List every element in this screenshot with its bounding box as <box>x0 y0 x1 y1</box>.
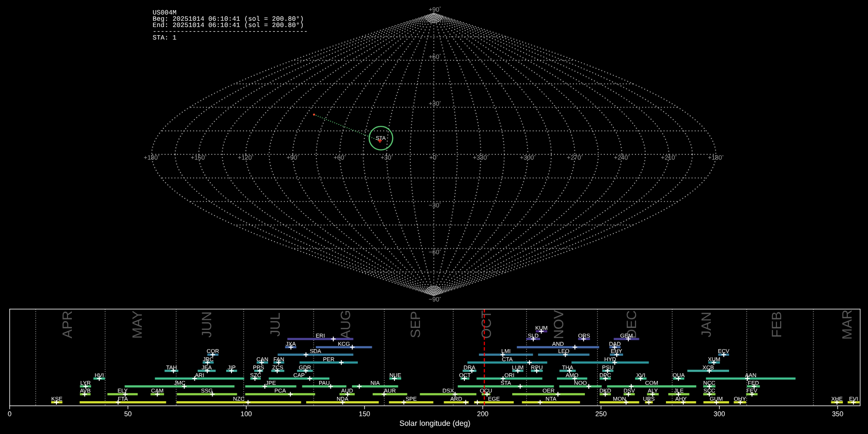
svg-text:SEP: SEP <box>408 311 423 338</box>
svg-text:SCC: SCC <box>704 388 715 394</box>
svg-text:OCT: OCT <box>459 372 471 379</box>
svg-text:JUN: JUN <box>199 312 214 338</box>
svg-text:JPE: JPE <box>266 380 276 386</box>
svg-text:300: 300 <box>714 410 725 418</box>
svg-text:JMC: JMC <box>174 380 185 386</box>
svg-text:JUL: JUL <box>268 312 283 337</box>
svg-text:PCA: PCA <box>274 388 286 394</box>
svg-text:KUM: KUM <box>535 325 548 331</box>
svg-text:XCB: XCB <box>703 365 714 371</box>
svg-text:EGE: EGE <box>488 396 500 402</box>
svg-text:LUM: LUM <box>512 365 524 371</box>
svg-text:CAN: CAN <box>257 356 268 363</box>
svg-text:KCG: KCG <box>338 341 350 347</box>
svg-text:ELY: ELY <box>118 388 128 394</box>
svg-text:ORI: ORI <box>504 372 515 379</box>
svg-text:PAU: PAU <box>319 380 330 386</box>
svg-text:XHE: XHE <box>831 396 843 402</box>
svg-text:PER: PER <box>323 356 335 363</box>
svg-text:ARI: ARI <box>195 372 204 379</box>
svg-text:NTA: NTA <box>545 396 556 402</box>
svg-text:NIA: NIA <box>370 380 380 386</box>
svg-text:COM: COM <box>645 380 658 386</box>
svg-text:+180°: +180° <box>144 154 160 161</box>
svg-text:Solar longitude (deg): Solar longitude (deg) <box>399 420 471 428</box>
svg-text:GEM: GEM <box>620 333 633 339</box>
svg-text:AUR: AUR <box>384 388 395 394</box>
svg-text:JXA: JXA <box>285 341 296 347</box>
svg-text:ARD: ARD <box>450 396 462 402</box>
svg-text:0: 0 <box>8 410 12 418</box>
svg-text:AHY: AHY <box>675 396 687 402</box>
svg-text:OHY: OHY <box>734 396 746 402</box>
svg-text:FEB: FEB <box>769 312 784 338</box>
svg-text:XVI: XVI <box>636 372 645 379</box>
svg-text:COR: COR <box>207 348 219 354</box>
svg-text:CAP: CAP <box>293 372 305 379</box>
svg-text:+180°: +180° <box>708 154 724 161</box>
svg-text:ORS: ORS <box>578 333 590 339</box>
svg-text:AMO: AMO <box>566 372 578 379</box>
svg-text:STA: 1: STA: 1 <box>152 35 176 42</box>
svg-text:DSX: DSX <box>442 388 454 394</box>
svg-text:AUG: AUG <box>338 310 353 339</box>
svg-text:STA: STA <box>376 136 386 141</box>
svg-text:CAM: CAM <box>151 388 163 394</box>
svg-text:LYR: LYR <box>80 380 91 386</box>
svg-text:PSU: PSU <box>602 365 613 371</box>
svg-text:DPC: DPC <box>599 372 611 379</box>
svg-text:HYD: HYD <box>604 356 616 363</box>
svg-text:URS: URS <box>643 396 655 402</box>
svg-text:AND: AND <box>552 341 564 347</box>
svg-text:JEA: JEA <box>202 365 212 371</box>
svg-text:NOO: NOO <box>574 380 587 386</box>
svg-text:APR: APR <box>60 311 75 339</box>
svg-text:SZC: SZC <box>250 372 261 379</box>
svg-text:OCU: OCU <box>480 388 492 394</box>
svg-text:+150°: +150° <box>191 154 207 161</box>
svg-text:SLD: SLD <box>528 333 539 339</box>
svg-text:50: 50 <box>124 410 132 418</box>
svg-text:GDR: GDR <box>298 365 311 371</box>
svg-text:XUM: XUM <box>708 356 720 363</box>
svg-text:EHY: EHY <box>610 348 622 354</box>
svg-text:+270°: +270° <box>567 154 583 161</box>
svg-text:QUA: QUA <box>673 372 685 379</box>
svg-text:MAY: MAY <box>130 310 145 339</box>
svg-text:LEO: LEO <box>558 348 569 354</box>
svg-text:NOV: NOV <box>551 310 566 339</box>
svg-text:SSG: SSG <box>201 388 213 394</box>
svg-text:FAN: FAN <box>273 356 285 363</box>
svg-text:DKD: DKD <box>599 388 611 394</box>
svg-text:AVB: AVB <box>80 388 91 394</box>
svg-text:+120°: +120° <box>238 154 254 161</box>
svg-text:MAR: MAR <box>840 310 854 339</box>
svg-text:GUM: GUM <box>710 396 723 402</box>
svg-text:JIP: JIP <box>228 365 236 371</box>
svg-text:KSE: KSE <box>51 396 62 402</box>
svg-text:NCC: NCC <box>703 380 715 386</box>
svg-text:JRC: JRC <box>203 356 214 363</box>
svg-text:HVI: HVI <box>95 372 104 379</box>
svg-text:FED: FED <box>748 380 759 386</box>
svg-text:PPS: PPS <box>253 365 264 371</box>
svg-text:FEV: FEV <box>746 388 758 394</box>
svg-text:AUD: AUD <box>341 388 353 394</box>
svg-text:OER: OER <box>542 388 555 394</box>
svg-text:150: 150 <box>359 410 370 418</box>
svg-text:+330°: +330° <box>473 154 489 161</box>
svg-text:SDA: SDA <box>310 348 321 354</box>
svg-text:ZCS: ZCS <box>272 365 283 371</box>
svg-text:STA: STA <box>501 380 511 386</box>
svg-text:DRA: DRA <box>463 365 475 371</box>
svg-text:NUE: NUE <box>389 372 401 379</box>
svg-text:200: 200 <box>477 410 488 418</box>
svg-text:+240°: +240° <box>614 154 630 161</box>
svg-text:FTA: FTA <box>118 396 128 402</box>
svg-text:ALY: ALY <box>648 388 658 394</box>
svg-text:MON: MON <box>613 396 626 402</box>
svg-text:+300°: +300° <box>520 154 536 161</box>
svg-text:+210°: +210° <box>661 154 677 161</box>
svg-text:350: 350 <box>832 410 843 418</box>
svg-text:SPE: SPE <box>406 396 417 402</box>
